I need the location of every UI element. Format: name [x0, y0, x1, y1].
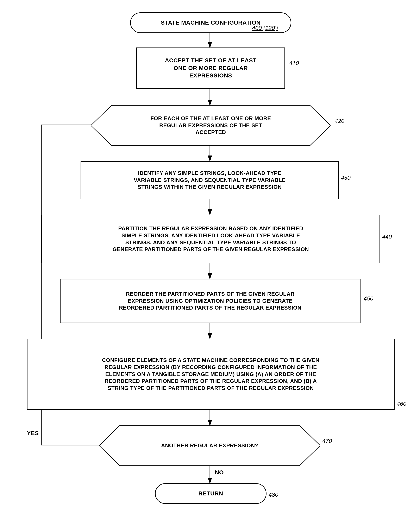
- node-460: CONFIGURE ELEMENTS OF A STATE MACHINE CO…: [27, 339, 395, 410]
- yes-label: YES: [27, 430, 39, 437]
- node-450-label: REORDER THE PARTITIONED PARTS OF THE GIV…: [119, 290, 301, 312]
- ref-420: 420: [335, 118, 344, 124]
- diagram-container: STATE MACHINE CONFIGURATION 400 (120') A…: [0, 0, 420, 520]
- node-460-label: CONFIGURE ELEMENTS OF A STATE MACHINE CO…: [102, 357, 320, 392]
- node-label: STATE MACHINE CONFIGURATION: [161, 19, 261, 26]
- node-480-label: RETURN: [198, 490, 223, 497]
- ref-430: 430: [341, 175, 351, 181]
- node-440: PARTITION THE REGULAR EXPRESSION BASED O…: [41, 215, 380, 263]
- node-410-label: ACCEPT THE SET OF AT LEASTONE OR MORE RE…: [165, 57, 257, 79]
- node-410: ACCEPT THE SET OF AT LEASTONE OR MORE RE…: [136, 47, 285, 89]
- ref-470: 470: [322, 438, 332, 444]
- ref-480: 480: [269, 491, 278, 498]
- node-420-label: FOR EACH OF THE AT LEAST ONE OR MOREREGU…: [126, 115, 296, 136]
- node-430: IDENTIFY ANY SIMPLE STRINGS, LOOK-AHEAD …: [81, 161, 339, 199]
- ref-440: 440: [382, 233, 392, 240]
- node-470: ANOTHER REGULAR EXPRESSION?: [99, 425, 320, 466]
- node-480: RETURN: [155, 483, 267, 504]
- ref-460: 460: [397, 401, 406, 407]
- ref-450: 450: [364, 295, 373, 302]
- ref-400: 400 (120'): [252, 25, 278, 31]
- node-450: REORDER THE PARTITIONED PARTS OF THE GIV…: [60, 279, 360, 323]
- node-470-label: ANOTHER REGULAR EXPRESSION?: [136, 442, 283, 449]
- ref-410: 410: [289, 60, 299, 67]
- node-420: FOR EACH OF THE AT LEAST ONE OR MOREREGU…: [91, 105, 330, 146]
- node-440-label: PARTITION THE REGULAR EXPRESSION BASED O…: [112, 225, 309, 253]
- node-430-label: IDENTIFY ANY SIMPLE STRINGS, LOOK-AHEAD …: [134, 170, 285, 191]
- no-label: NO: [215, 469, 224, 476]
